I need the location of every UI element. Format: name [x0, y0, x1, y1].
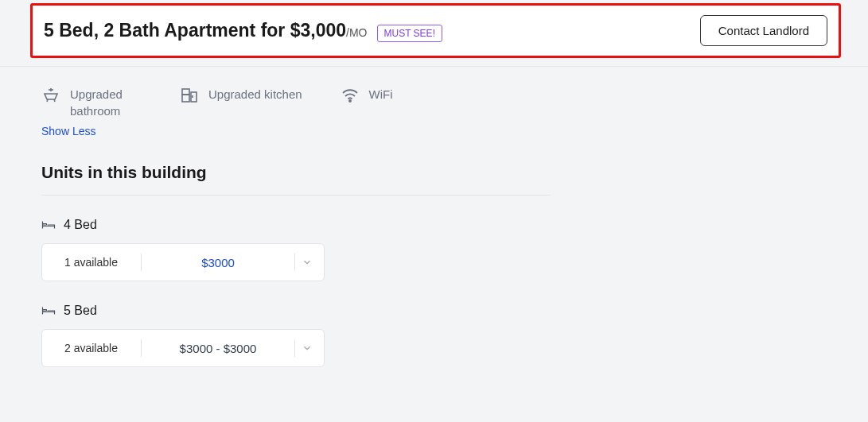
divider: [294, 339, 295, 357]
must-see-badge: MUST SEE!: [377, 25, 442, 42]
listing-header: 5 Bed, 2 Bath Apartment for $3,000/MO MU…: [30, 3, 841, 58]
units-heading: Units in this building: [41, 163, 551, 196]
wifi-icon: [341, 86, 360, 105]
amenity-label: WiFi: [369, 86, 393, 103]
chevron-down-icon[interactable]: [302, 343, 313, 354]
svg-line-3: [54, 99, 55, 102]
bathroom-icon: [41, 86, 60, 105]
svg-rect-4: [182, 89, 189, 95]
svg-rect-5: [182, 95, 189, 102]
unit-card[interactable]: 2 available $3000 - $3000: [41, 329, 325, 367]
unit-price: $3000 - $3000: [142, 342, 294, 355]
units-section: Units in this building 4 Bed 1 available…: [41, 163, 551, 367]
svg-rect-6: [191, 92, 197, 102]
contact-landlord-button[interactable]: Contact Landlord: [700, 15, 827, 46]
bed-icon: [41, 305, 56, 316]
svg-line-2: [47, 99, 48, 102]
listing-title-text: 5 Bed, 2 Bath Apartment for $3,000: [44, 20, 346, 41]
listing-title: 5 Bed, 2 Bath Apartment for $3,000/MO: [44, 20, 368, 41]
amenity-item: Upgraded bathroom: [41, 86, 142, 119]
amenity-item: WiFi: [341, 86, 393, 119]
bed-group-4: 4 Bed 1 available $3000: [41, 218, 551, 281]
unit-available-count: 2 available: [53, 342, 141, 354]
unit-card[interactable]: 1 available $3000: [41, 243, 325, 281]
amenity-item: Upgraded kitchen: [180, 86, 302, 119]
bed-group-5: 5 Bed 2 available $3000 - $3000: [41, 304, 551, 367]
svg-point-8: [349, 100, 351, 102]
unit-available-count: 1 available: [53, 256, 141, 269]
amenity-label: Upgraded bathroom: [70, 86, 142, 119]
listing-title-group: 5 Bed, 2 Bath Apartment for $3,000/MO MU…: [44, 20, 442, 42]
kitchen-icon: [180, 86, 199, 105]
show-less-toggle[interactable]: Show Less: [41, 125, 95, 137]
bed-group-header: 5 Bed: [41, 304, 551, 318]
bed-group-header: 4 Bed: [41, 218, 551, 232]
amenity-label: Upgraded kitchen: [208, 86, 302, 103]
page-body: Upgraded bathroom Upgraded kitchen WiFi …: [0, 66, 868, 408]
amenities-row: Upgraded bathroom Upgraded kitchen WiFi: [41, 86, 827, 119]
chevron-down-icon[interactable]: [302, 257, 313, 268]
bed-group-label: 4 Bed: [64, 218, 97, 232]
bed-group-label: 5 Bed: [64, 304, 97, 318]
listing-price-suffix: /MO: [346, 26, 367, 39]
unit-price: $3000: [142, 256, 294, 269]
bed-icon: [41, 219, 56, 230]
divider: [294, 254, 295, 271]
